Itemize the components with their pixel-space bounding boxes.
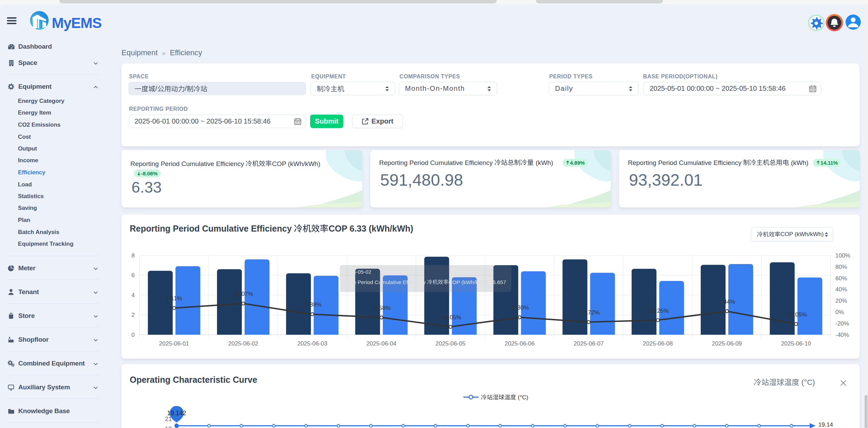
svg-text:15.07%: 15.07% <box>233 291 253 297</box>
svg-text:-40%: -40% <box>836 332 849 338</box>
svg-text:0%: 0% <box>836 309 844 315</box>
svg-text:2: 2 <box>131 312 135 318</box>
svg-text:0: 0 <box>131 332 135 338</box>
svg-text:2025-06-03: 2025-06-03 <box>297 340 327 347</box>
svg-text:-9.30%: -9.30% <box>510 304 529 311</box>
svg-text:-20%: -20% <box>836 320 849 327</box>
svg-text:2025-06-06: 2025-06-06 <box>505 340 535 347</box>
svg-text:8: 8 <box>131 252 135 259</box>
svg-text:2025-06-07: 2025-06-07 <box>574 340 604 347</box>
svg-text:100%: 100% <box>836 252 850 259</box>
svg-text:20%: 20% <box>836 298 847 304</box>
svg-text:80%: 80% <box>836 264 847 270</box>
svg-text:40%: 40% <box>836 286 847 293</box>
svg-text:-21.05%: -21.05% <box>785 311 807 318</box>
svg-text:7.11%: 7.11% <box>166 295 182 302</box>
svg-text:1.44%: 1.44% <box>719 299 735 305</box>
svg-text:-26.05%: -26.05% <box>440 314 461 321</box>
svg-text:-14.25%: -14.25% <box>647 308 669 314</box>
svg-text:6: 6 <box>131 272 135 279</box>
svg-text:2025-06-01: 2025-06-01 <box>159 340 189 347</box>
svg-text:-17.72%: -17.72% <box>578 309 600 316</box>
svg-text:4: 4 <box>131 292 135 299</box>
svg-text:-9.58%: -9.58% <box>372 305 391 311</box>
svg-text:21: 21 <box>165 416 172 422</box>
svg-text:19.14: 19.14 <box>818 421 833 428</box>
svg-text:18: 18 <box>165 426 172 428</box>
svg-text:2025-06-10: 2025-06-10 <box>781 340 811 347</box>
svg-text:2025-06-05: 2025-06-05 <box>435 340 465 347</box>
svg-text:2025-06-04: 2025-06-04 <box>366 340 396 347</box>
svg-text:2025-06-08: 2025-06-08 <box>643 340 673 347</box>
svg-text:-3.88%: -3.88% <box>303 301 322 308</box>
svg-text:2025-06-02: 2025-06-02 <box>228 340 258 347</box>
svg-text:2025-06-09: 2025-06-09 <box>712 340 742 347</box>
svg-text:60%: 60% <box>836 275 847 282</box>
